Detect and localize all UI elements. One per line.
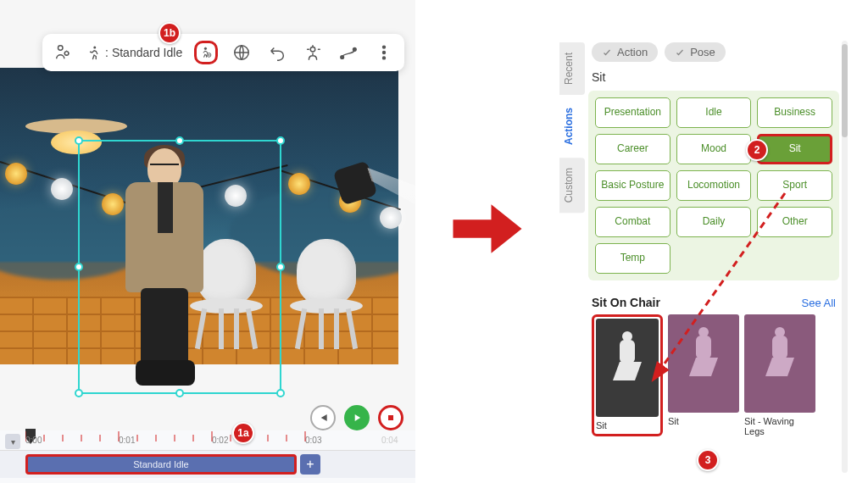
actions-panel: Recent Actions Custom Action Pose Sit Pr… [559, 37, 839, 478]
category-other[interactable]: Other [757, 207, 832, 237]
resize-handle[interactable] [175, 389, 184, 397]
annotation-badge-2: 2 [746, 139, 768, 161]
annotation-badge-1b: 1b [159, 22, 181, 44]
label-text: Standard Idle [112, 46, 182, 59]
annotation-badge-1a: 1a [232, 422, 254, 444]
label-prefix: : [105, 46, 108, 59]
canvas-scene[interactable] [0, 68, 398, 364]
resize-handle[interactable] [75, 263, 83, 271]
panel-tabs: Recent Actions Custom [559, 42, 585, 215]
clip-label: Standard Idle [133, 459, 188, 469]
category-business[interactable]: Business [757, 97, 832, 128]
add-clip-button[interactable]: + [300, 454, 320, 475]
globe-icon[interactable] [230, 41, 253, 64]
selection-box[interactable] [78, 140, 281, 394]
pill-label: Pose [690, 46, 715, 58]
category-basic-posture[interactable]: Basic Posture [595, 170, 670, 201]
playback-controls [310, 405, 403, 430]
check-icon [602, 47, 612, 58]
annotation-badge-3: 3 [697, 449, 719, 471]
resize-handle[interactable] [276, 263, 285, 271]
svg-point-9 [383, 46, 386, 48]
ruler-ticks [25, 431, 390, 443]
timeline-track[interactable]: Standard Idle + [0, 451, 415, 478]
prev-frame-button[interactable] [310, 405, 336, 430]
timeline-clip[interactable]: Standard Idle [25, 454, 297, 475]
current-action-label[interactable]: : Standard Idle [86, 45, 182, 60]
category-idle[interactable]: Idle [676, 97, 752, 128]
section-header: Sit On Chair See All [592, 296, 836, 309]
scrollbar[interactable] [842, 41, 848, 473]
svg-rect-12 [388, 415, 393, 420]
see-all-link[interactable]: See All [802, 297, 836, 309]
category-locomotion[interactable]: Locomotion [676, 170, 752, 201]
instruction-arrow-icon [449, 195, 526, 263]
action-thumb-sit-2[interactable]: Sit [668, 314, 739, 436]
plus-icon: + [306, 457, 314, 472]
svg-point-10 [383, 52, 386, 54]
check-icon [675, 47, 685, 58]
filter-pills: Action Pose [559, 37, 839, 67]
character-icon[interactable] [51, 41, 75, 64]
run-icon [86, 45, 102, 60]
switch-action-button[interactable] [194, 41, 218, 64]
svg-point-6 [310, 47, 315, 53]
svg-point-8 [353, 48, 357, 52]
thumbnail-row: Sit Sit Sit - Waving Legs [592, 314, 839, 436]
category-sport[interactable]: Sport [757, 170, 832, 201]
category-mood[interactable]: Mood [676, 134, 752, 164]
editor-canvas-area: : Standard Idle [0, 0, 415, 483]
category-career[interactable]: Career [595, 134, 670, 164]
scene-chair [287, 239, 368, 349]
svg-point-0 [58, 46, 64, 51]
svg-point-11 [383, 57, 386, 59]
category-combat[interactable]: Combat [595, 207, 670, 237]
thumb-label: Sit - Waving Legs [744, 416, 815, 436]
svg-point-2 [93, 47, 96, 49]
action-toolbar: : Standard Idle [42, 34, 404, 71]
tab-custom[interactable]: Custom [559, 158, 585, 213]
category-sit[interactable]: Sit [757, 134, 832, 164]
pill-action[interactable]: Action [592, 42, 658, 62]
svg-point-3 [204, 47, 206, 49]
action-thumb-sit-waving[interactable]: Sit - Waving Legs [744, 314, 815, 436]
path-icon[interactable] [337, 41, 360, 64]
action-thumb-sit[interactable]: Sit [592, 314, 663, 436]
category-presentation[interactable]: Presentation [595, 97, 670, 128]
thumb-label: Sit [596, 420, 659, 430]
stop-button[interactable] [378, 405, 403, 430]
resize-handle[interactable] [175, 136, 184, 145]
search-input[interactable]: Sit [559, 67, 839, 91]
pill-label: Action [617, 46, 648, 58]
category-grid: Presentation Idle Business Career Mood S… [588, 91, 839, 280]
category-daily[interactable]: Daily [676, 207, 752, 237]
camera-target-icon[interactable] [301, 41, 325, 64]
resize-handle[interactable] [75, 389, 83, 397]
svg-point-7 [341, 56, 344, 59]
more-icon[interactable] [372, 41, 396, 64]
resize-handle[interactable] [276, 389, 285, 397]
collapse-track-button[interactable]: ▾ [5, 434, 20, 449]
category-temp[interactable]: Temp [595, 243, 670, 274]
undo-icon[interactable] [265, 41, 289, 64]
play-button[interactable] [344, 405, 370, 430]
section-title: Sit On Chair [592, 296, 660, 309]
pill-pose[interactable]: Pose [665, 42, 726, 62]
thumb-label: Sit [668, 416, 739, 426]
tab-actions[interactable]: Actions [559, 97, 585, 155]
resize-handle[interactable] [75, 136, 83, 145]
resize-handle[interactable] [276, 136, 285, 145]
tab-recent[interactable]: Recent [559, 42, 585, 95]
